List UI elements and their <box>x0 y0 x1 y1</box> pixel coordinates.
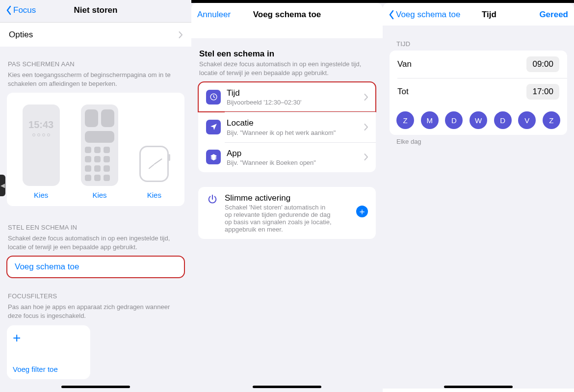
schedule-header: STEL EEN SCHEMA IN <box>0 224 191 234</box>
plus-icon: + <box>13 331 84 345</box>
schedule-sub: Schakel deze focus automatisch in op een… <box>0 234 191 256</box>
navbar: Voeg schema toe Tijd Gereed <box>383 3 574 26</box>
choose-label: Kies <box>147 191 161 199</box>
from-time-value: 09:00 <box>532 59 553 69</box>
done-label: Gereed <box>539 10 568 20</box>
app-stack-icon <box>206 150 221 164</box>
watch-option[interactable]: Kies <box>139 146 169 199</box>
back-button[interactable]: Voeg schema toe <box>389 10 462 20</box>
row-title: Tijd <box>227 88 358 98</box>
schedule-time-row[interactable]: Tijd Bijvoorbeeld '12:30–02:30' <box>198 82 376 112</box>
home-indicator <box>61 386 130 388</box>
screens-card: 15:43 Kies Kies Kies <box>7 93 184 206</box>
chevron-right-icon <box>364 124 368 131</box>
home-indicator <box>444 386 513 388</box>
location-arrow-icon <box>206 120 221 134</box>
to-row: Tot 17:00 <box>390 78 567 105</box>
filters-header: FOCUSFILTERS <box>0 292 191 303</box>
from-label: Van <box>397 59 521 69</box>
screens-header: PAS SCHERMEN AAN <box>0 60 191 71</box>
every-day-footnote: Elke dag <box>383 135 574 145</box>
row-sub: Bijvoorbeeld '12:30–02:30' <box>227 99 358 106</box>
lock-screen-option[interactable]: 15:43 Kies <box>23 105 60 199</box>
day-chip[interactable]: M <box>421 111 439 129</box>
to-time-picker[interactable]: 17:00 <box>526 84 559 100</box>
home-indicator <box>253 386 321 388</box>
day-chip[interactable]: D <box>445 111 463 129</box>
options-label: Opties <box>9 29 173 40</box>
day-chip[interactable]: V <box>518 111 536 129</box>
screen-niet-storen: Focus Niet storen Opties PAS SCHERMEN AA… <box>0 0 191 392</box>
watch-preview <box>139 146 169 186</box>
options-row-card: Opties <box>0 23 191 47</box>
home-screen-option[interactable]: Kies <box>81 105 118 199</box>
options-row[interactable]: Opties <box>0 23 191 47</box>
chevron-left-icon <box>6 5 12 15</box>
plus-circle-icon[interactable]: ＋ <box>356 206 368 217</box>
add-schedule-button[interactable]: Voeg schema toe <box>7 256 184 278</box>
lock-screen-preview: 15:43 <box>23 105 60 186</box>
choose-label: Kies <box>92 191 106 199</box>
page-title: Voeg schema toe <box>251 10 323 20</box>
lock-time: 15:43 <box>28 119 53 131</box>
time-section-header: TIJD <box>383 40 574 51</box>
row-title: App <box>227 148 358 158</box>
row-title: Locatie <box>227 118 358 128</box>
from-row: Van 09:00 <box>390 51 567 78</box>
screen-tijd: Voeg schema toe Tijd Gereed TIJD Van 09:… <box>383 0 574 392</box>
from-time-picker[interactable]: 09:00 <box>526 56 559 72</box>
cancel-button[interactable]: Annuleer <box>197 10 251 20</box>
day-chip[interactable]: Z <box>543 111 560 129</box>
row-sub: Bijv. "Wanneer ik Boeken open" <box>227 159 358 166</box>
choose-label: Kies <box>34 191 48 199</box>
back-button[interactable]: Focus <box>6 5 60 15</box>
to-label: Tot <box>397 86 521 97</box>
navbar: Annuleer Voeg schema toe <box>191 3 383 26</box>
smart-activation-row[interactable]: Slimme activering Schakel 'Niet storen' … <box>198 187 376 239</box>
add-schedule-label: Voeg schema toe <box>15 262 79 272</box>
time-card: Van 09:00 Tot 17:00 Z M D W D V Z <box>390 51 567 135</box>
power-icon <box>206 193 219 206</box>
row-sub: Bijv. "Wanneer ik op het werk aankom" <box>227 129 358 136</box>
back-label: Voeg schema toe <box>396 10 460 20</box>
done-button[interactable]: Gereed <box>514 10 568 20</box>
smart-sub: Schakel 'Niet storen' automatisch in op … <box>225 204 333 233</box>
schedule-sub: Schakel deze focus automatisch in op een… <box>191 60 383 82</box>
page-title: Tijd <box>482 10 496 20</box>
screen-voeg-schema-toe: Annuleer Voeg schema toe Stel een schema… <box>191 0 383 392</box>
schedule-app-row[interactable]: App Bijv. "Wanneer ik Boeken open" <box>198 142 376 172</box>
schedule-type-card: Tijd Bijvoorbeeld '12:30–02:30' Locatie … <box>198 82 376 172</box>
schedule-location-row[interactable]: Locatie Bijv. "Wanneer ik op het werk aa… <box>198 112 376 142</box>
days-row: Z M D W D V Z <box>390 105 567 135</box>
to-time-value: 17:00 <box>532 87 553 96</box>
chevron-right-icon <box>364 154 368 160</box>
page-title: Niet storen <box>60 5 131 15</box>
schedule-header: Stel een schema in <box>191 49 383 60</box>
day-chip[interactable]: Z <box>396 111 414 129</box>
side-tab-icon: ◀ <box>0 175 5 196</box>
filters-sub: Pas aan hoe je apps en apparaat zich ged… <box>0 303 191 325</box>
add-schedule-card: Voeg schema toe <box>7 256 184 278</box>
cancel-label: Annuleer <box>197 10 231 20</box>
chevron-right-icon <box>364 94 368 101</box>
navbar: Focus Niet storen <box>0 0 191 23</box>
add-filter-card[interactable]: + Voeg filter toe <box>7 325 90 379</box>
home-screen-preview <box>81 105 118 186</box>
screens-sub: Kies een toegangsscherm of beginschermpa… <box>0 71 191 93</box>
chevron-right-icon <box>179 31 183 38</box>
smart-activation-card: Slimme activering Schakel 'Niet storen' … <box>198 187 376 239</box>
back-label: Focus <box>13 5 36 15</box>
add-filter-label: Voeg filter toe <box>13 365 84 373</box>
day-chip[interactable]: W <box>470 111 487 129</box>
clock-icon <box>206 90 221 105</box>
chevron-left-icon <box>389 10 394 20</box>
day-chip[interactable]: D <box>494 111 512 129</box>
smart-title: Slimme activering <box>225 193 350 203</box>
